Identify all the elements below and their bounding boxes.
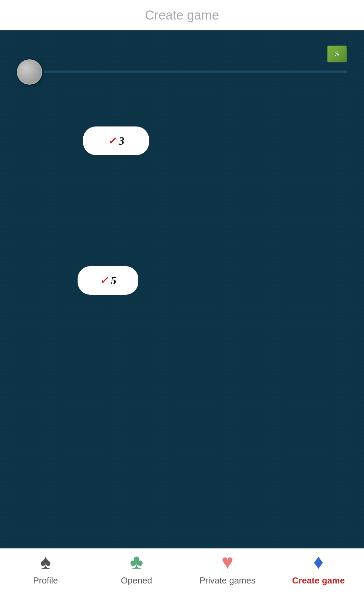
slider-track: [17, 70, 347, 73]
nav-label-profile: Profile: [33, 575, 58, 586]
nav-item-profile[interactable]: ♠ Profile: [0, 547, 91, 591]
private-game-label: Private game: [52, 321, 122, 336]
two-col-section: Card deck ✓ 36 52 Speed ✓ ▶ ▶▶: [17, 174, 347, 223]
hand-size-option-4[interactable]: 4: [17, 266, 78, 295]
heart-icon: ♥: [222, 552, 234, 572]
nav-label-create-game: Create game: [292, 575, 345, 586]
play-icon: ▶: [315, 323, 322, 334]
slider-thumb[interactable]: [17, 59, 42, 85]
bet-value-container: 100: [297, 44, 347, 64]
players-section: Players 2 ✓ 3 4 5 6: [17, 102, 347, 155]
spade-icon: ♠: [40, 552, 51, 572]
checkmark-icon: ✓: [108, 135, 116, 147]
card-deck-option-36[interactable]: ✓ 36: [17, 195, 95, 223]
create-button-label: Create: [268, 321, 310, 336]
slider-label-1m: 1M: [335, 78, 347, 88]
players-option-2[interactable]: 2: [17, 126, 83, 155]
private-game-container: Private game: [17, 315, 122, 342]
checkmark-speed-icon: ✓: [220, 203, 229, 215]
bet-label: Your bet: [17, 47, 61, 61]
speed-fast-icon: ▶▶: [301, 204, 315, 215]
slider-label-10k: 10K: [171, 78, 186, 88]
speed-selector: ✓ ▶ ▶▶: [191, 195, 347, 223]
players-selector: 2 ✓ 3 4 5 6: [17, 126, 347, 155]
card-deck-selector: ✓ 36 52: [17, 195, 174, 223]
main-content: Your bet 100 100 1K 10K 100K 1M Players …: [0, 30, 364, 538]
bottom-controls: Private game Create ▶: [17, 313, 347, 344]
hand-size-option-5[interactable]: ✓ 5: [78, 266, 138, 295]
slider-container[interactable]: [17, 70, 347, 73]
players-option-4[interactable]: 4: [149, 126, 215, 155]
players-option-3[interactable]: ✓ 3: [83, 126, 149, 155]
nav-item-opened[interactable]: ♣ Opened: [91, 547, 182, 591]
speed-title: Speed: [191, 174, 347, 189]
hand-size-section: Hand size 4 ✓ 5 6: [17, 241, 347, 295]
bottom-nav: ♠ Profile ♣ Opened ♥ Private games ♦ Cre…: [0, 538, 364, 599]
nav-item-create-game[interactable]: ♦ Create game: [273, 547, 364, 591]
checkmark-hand-icon: ✓: [100, 275, 108, 286]
bet-value: 100: [297, 44, 324, 64]
diamond-icon: ♦: [313, 552, 324, 572]
hand-size-option-6[interactable]: 6: [138, 266, 199, 295]
club-icon: ♣: [130, 552, 143, 572]
card-deck-section: Card deck ✓ 36 52: [17, 174, 174, 223]
page-title: Create game: [145, 8, 219, 23]
create-button[interactable]: Create ▶: [243, 313, 347, 344]
bet-section: Your bet 100 100 1K 10K 100K 1M: [17, 44, 347, 88]
header: Create game: [0, 0, 364, 30]
speed-section: Speed ✓ ▶ ▶▶: [191, 174, 347, 223]
bet-header: Your bet 100: [17, 44, 347, 64]
speed-option-normal[interactable]: ✓ ▶: [191, 195, 269, 223]
slider-label-1k: 1K: [95, 78, 106, 88]
card-deck-option-52[interactable]: 52: [95, 195, 173, 223]
checkmark-36-icon: ✓: [45, 203, 54, 215]
nav-item-private[interactable]: ♥ Private games: [182, 547, 273, 591]
speed-option-fast[interactable]: ▶▶: [269, 195, 347, 223]
players-option-5[interactable]: 5: [215, 126, 281, 155]
card-deck-title: Card deck: [17, 174, 174, 189]
hand-size-selector: 4 ✓ 5 6: [17, 266, 199, 295]
players-title: Players: [17, 102, 347, 118]
speed-normal-icon: ▶: [231, 204, 239, 215]
players-option-6[interactable]: 6: [281, 126, 347, 155]
nav-label-private: Private games: [199, 575, 255, 586]
hand-size-title: Hand size: [17, 241, 347, 258]
private-game-checkbox[interactable]: [17, 315, 44, 342]
money-icon: [327, 46, 347, 62]
slider-labels: 100 1K 10K 100K 1M: [17, 78, 347, 88]
slider-label-100k: 100K: [251, 78, 270, 88]
nav-label-opened: Opened: [121, 575, 152, 586]
